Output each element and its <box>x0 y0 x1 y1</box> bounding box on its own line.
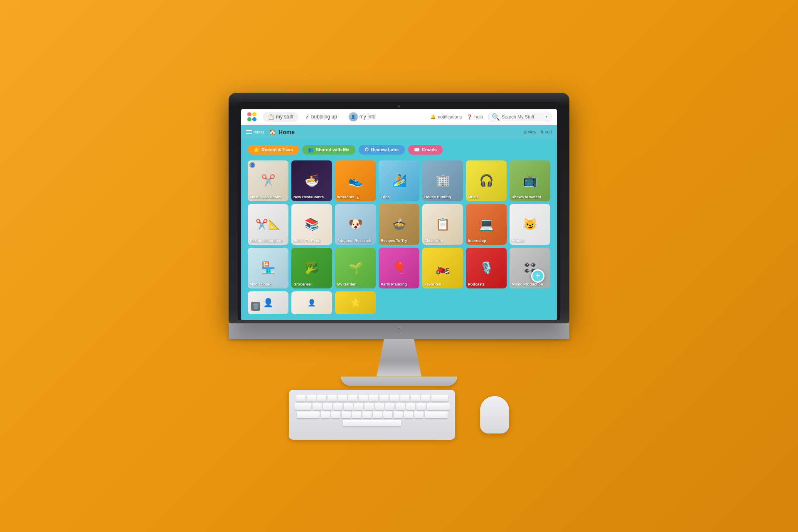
svg-point-1 <box>252 112 256 116</box>
key <box>411 395 420 401</box>
grid-item-groceries[interactable]: 🥦 Groceries <box>291 248 332 288</box>
key <box>328 395 337 401</box>
classwork-label: Classwork <box>422 237 463 245</box>
grid-item-party[interactable]: 🎈 Party Planning <box>379 248 419 288</box>
filter-emails[interactable]: ✉️ Emails <box>408 145 442 155</box>
sort-btn[interactable]: ⇅ sort <box>540 130 552 134</box>
shows-label: Shows to watch! <box>510 193 550 201</box>
key <box>365 403 374 410</box>
filter-recent[interactable]: ⭐ Recent & Favs <box>248 145 299 155</box>
svg-point-0 <box>247 112 251 116</box>
key <box>400 395 409 401</box>
toolbar-right: ⊞ view ⇅ sort <box>523 130 552 134</box>
key <box>344 403 353 410</box>
househunting-label: House Hunting <box>422 193 463 201</box>
internship-label: Internship <box>466 237 507 245</box>
imac-monitor: 📋 my stuff ✓ bubbling up 👤 my info <box>229 93 569 323</box>
grid-item-mustreadbooks[interactable]: ✂️ 👤 Must Read Books <box>248 160 288 201</box>
key <box>431 395 448 401</box>
avatar: 👤 <box>349 112 358 121</box>
grid-item-shows[interactable]: 📺 Shows to watch! <box>510 160 550 201</box>
key <box>421 395 430 401</box>
share-icon: 👥 <box>308 147 314 153</box>
key <box>394 411 403 418</box>
keyboard <box>289 390 455 440</box>
key <box>352 411 361 418</box>
home-icon: 🏠 <box>269 129 276 135</box>
items-grid-row3: 🏪 Mood Board 🥦 <box>248 248 550 288</box>
star-icon: ⭐ <box>254 147 259 153</box>
key <box>354 403 363 410</box>
key <box>390 395 399 401</box>
key <box>383 411 392 418</box>
imac-bezel: 📋 my stuff ✓ bubbling up 👤 my info <box>238 102 560 320</box>
svg-point-3 <box>252 117 256 121</box>
partial-item-2[interactable]: 👤 <box>291 291 332 314</box>
search-input[interactable] <box>502 114 543 119</box>
nav-tab-bubbling[interactable]: ✓ bubbling up <box>300 112 342 122</box>
grid-item-internship[interactable]: 💻 Internship <box>466 204 507 245</box>
search-bar[interactable]: 🔍 ▼ <box>488 112 552 122</box>
filter-review-label: Review Later <box>371 147 399 152</box>
key <box>379 395 389 401</box>
view-btn[interactable]: ⊞ view <box>523 130 536 134</box>
grid-item-memes[interactable]: 😼 Memes <box>510 204 550 245</box>
partial-item-1[interactable]: 👤 🗑️ <box>248 291 288 314</box>
camera-dot <box>398 105 400 108</box>
design-label: Design Inspiration <box>248 237 288 245</box>
recipes-label: Recipes To Try <box>379 237 419 245</box>
nav-tab-mystuff-label: my stuff <box>276 114 293 120</box>
memes-label: Memes <box>510 237 550 245</box>
grid-item-design[interactable]: ✂️📐 Design Inspiration <box>248 204 288 245</box>
grid-item-musicprod[interactable]: 🎛️ Music Production <box>510 248 550 288</box>
key <box>375 403 384 410</box>
screen-content: 📋 my stuff ✓ bubbling up 👤 my info <box>241 109 557 320</box>
grid-item-garden[interactable]: 🌱 My Garden <box>335 248 376 288</box>
grid-item-favorites[interactable]: 🏍️ Favorites <box>422 248 463 288</box>
grid-item-workouts[interactable]: 👟 Workouts 🔥 <box>335 160 376 201</box>
grid-item-moodboard[interactable]: 🏪 Mood Board <box>248 248 288 288</box>
bubbling-icon: ✓ <box>305 114 310 120</box>
view-label: view <box>528 130 536 134</box>
imac-chin:  <box>229 323 569 339</box>
grid-item-trips[interactable]: 🏄 Trips <box>379 160 419 201</box>
search-icon: 🔍 <box>492 113 500 121</box>
grid-item-classwork[interactable]: 📋 Classwork <box>422 204 463 245</box>
grid-item-recipes[interactable]: 🍲 Recipes To Try <box>379 204 419 245</box>
notifications-btn[interactable]: 🔔 notifications <box>430 114 462 120</box>
nav-tab-myinfo[interactable]: 👤 my info <box>344 111 381 123</box>
clock-icon: ⏱ <box>365 147 369 152</box>
grid-item-bookstoread[interactable]: 📚 Books To Read <box>291 204 332 245</box>
mustreadbooks-label: Must Read Books <box>248 193 288 201</box>
key <box>317 395 326 401</box>
workouts-label: Workouts 🔥 <box>335 193 376 201</box>
key <box>373 411 382 418</box>
nav-tab-mystuff[interactable]: 📋 my stuff <box>263 112 298 122</box>
musicprod-label: Music Production <box>510 281 550 288</box>
filter-emails-label: Emails <box>422 147 436 152</box>
grid-item-adoption[interactable]: 🐶 Adoption Research <box>335 204 376 245</box>
filter-shared[interactable]: 👥 Shared with Me <box>302 145 355 155</box>
view-icon: ⊞ <box>523 130 527 134</box>
grid-item-music[interactable]: 🎧 Music <box>466 160 507 201</box>
help-btn[interactable]: ❓ help <box>467 114 483 120</box>
bell-icon: 🔔 <box>430 114 436 120</box>
partial-item-3[interactable]: ⭐ <box>335 291 376 314</box>
hamburger-icon <box>246 130 252 134</box>
favorites-label: Favorites <box>422 281 463 288</box>
trash-icon[interactable]: 🗑️ <box>251 302 260 311</box>
grid-item-podcasts[interactable]: 🎙️ Podcasts <box>466 248 507 288</box>
key <box>331 411 340 418</box>
grid-item-househunting[interactable]: 🏢 House Hunting <box>422 160 463 201</box>
key <box>333 403 342 410</box>
key <box>427 403 450 410</box>
grid-item-restaurants[interactable]: 🍜 New Restaurants <box>291 160 332 201</box>
bookstoread-label: Books To Read <box>291 237 332 245</box>
key <box>414 411 424 418</box>
menu-button[interactable]: menu <box>246 130 264 134</box>
app-logo[interactable] <box>246 111 258 123</box>
music-label: Music <box>466 193 507 201</box>
podcasts-label: Podcasts <box>466 281 507 288</box>
key <box>416 403 426 410</box>
filter-review[interactable]: ⏱ Review Later <box>359 145 405 155</box>
